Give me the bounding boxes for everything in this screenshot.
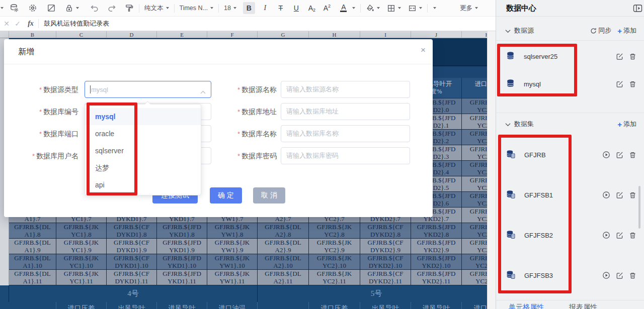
sheet-cell[interactable]: GFJRB.${CFDYKD1}.11 [107, 270, 157, 285]
tab-report-properties[interactable]: 报表属性 [569, 300, 597, 309]
edit-icon[interactable] [616, 191, 623, 199]
sheet-cell[interactable]: GFJRB.${JKYC1}.11 [56, 270, 107, 285]
bottom-header-G[interactable] [258, 302, 309, 309]
sheet-cell[interactable]: GFJRB.${JKYW1}.11 [207, 270, 258, 285]
confirm-entry-icon[interactable]: ✓ [12, 20, 23, 28]
delete-icon[interactable] [629, 272, 636, 279]
confirm-button[interactable]: 确 定 [210, 187, 242, 203]
sheet-cell[interactable]: GFJRB.${JKYC2}.8 [309, 223, 360, 239]
delete-icon[interactable] [629, 80, 636, 88]
sheet-cell[interactable]: GFJRB.${JKYC1}.9 [56, 239, 107, 254]
bottom-header-I[interactable]: 出风导叶 [360, 302, 411, 309]
db-name-input[interactable]: 请输入数据库名称 [281, 125, 410, 142]
bottom-header-B[interactable] [9, 302, 56, 309]
cell-format-select[interactable]: 纯文本 [143, 2, 171, 14]
chevron-down-icon[interactable] [505, 27, 511, 35]
sheet-cell[interactable]: GFJRB.${JKYW1}.8 [207, 223, 258, 239]
column-header-G[interactable]: G [258, 31, 309, 38]
tab-cell-properties[interactable]: 单元格属性 [509, 300, 544, 309]
panel-scrollbar[interactable] [638, 186, 640, 229]
edit-icon[interactable] [616, 272, 623, 279]
run-icon[interactable] [602, 271, 610, 279]
font-family-select[interactable]: Times N... [178, 2, 215, 14]
clear-format-icon[interactable] [45, 2, 57, 14]
sheet-cell[interactable]: GFJRB.${JKYW1}.9 [207, 239, 258, 254]
lock-caret-icon[interactable] [76, 7, 79, 9]
column-header-H[interactable]: H [309, 31, 360, 38]
bottom-header-J[interactable]: 进风导叶 [411, 302, 462, 309]
dataset-item-GFJFSB2[interactable]: GFJFSB2 [496, 225, 644, 245]
collapse-panel-icon[interactable] [633, 4, 642, 15]
section-cell-5[interactable]: 5号 [258, 285, 496, 302]
run-icon[interactable] [602, 191, 610, 199]
edit-icon[interactable] [616, 232, 623, 239]
column-header-J[interactable]: J [411, 31, 462, 38]
sheet-cell[interactable]: GFJRB.${CFDYKD2}.11 [360, 270, 411, 285]
sheet-cell[interactable]: GFJRB.${DLA2}.10 [258, 254, 309, 270]
column-header-I[interactable]: I [360, 31, 411, 38]
strikethrough-button[interactable]: T [275, 2, 287, 14]
edit-icon[interactable] [616, 151, 623, 159]
dropdown-option-达梦[interactable]: 达梦 [85, 159, 201, 176]
datasource-name-input[interactable]: 请输入数据源名称 [281, 81, 410, 98]
add-dataset-button[interactable]: +添加 [617, 120, 636, 129]
sheet-cell[interactable]: GFJRB.${JKYC2}.11 [309, 270, 360, 285]
dropdown-option-mysql[interactable]: mysql [85, 108, 201, 125]
sheet-cell[interactable]: GFJRB.${DLA2}.11 [258, 270, 309, 285]
font-size-select[interactable]: 18 [222, 2, 238, 14]
sheet-cell[interactable]: GFJRB.${CFDYKD2}.9 [360, 239, 411, 254]
sheet-cell[interactable]: GFJRB.${CFDYKD2}.8 [360, 223, 411, 239]
sheet-cell[interactable]: GFJRB.${JKYC2}.10 [309, 254, 360, 270]
undo-icon[interactable] [88, 2, 100, 14]
dropdown-option-sqlserver[interactable]: sqlserver [85, 142, 201, 159]
delete-icon[interactable] [629, 151, 636, 159]
delete-icon[interactable] [629, 53, 636, 60]
data-source-settings-icon[interactable] [8, 2, 20, 14]
bold-button[interactable]: B [243, 2, 255, 14]
text-align-button[interactable] [431, 2, 438, 14]
bottom-header-H[interactable]: 进口压差 [309, 302, 360, 309]
sheet-cell[interactable]: GFJRB.${DLA2}.9 [258, 239, 309, 254]
sheet-cell[interactable]: GFJRB.${DLA1}.11 [9, 270, 56, 285]
sheet-cell[interactable]: GFJRB.${CFDYKD1}.8 [107, 223, 157, 239]
dataset-item-GFJFSB1[interactable]: GFJFSB1 [496, 185, 644, 205]
sheet-cell[interactable]: GFJRB.${JFDYKD1}.8 [157, 223, 207, 239]
sheet-cell[interactable]: GFJRB.${DLA2}.8 [258, 223, 309, 239]
run-icon[interactable] [602, 151, 610, 159]
dropdown-option-api[interactable]: api [85, 176, 201, 193]
fill-color-button[interactable] [364, 2, 381, 14]
bottom-header-F[interactable]: 进口油温 [207, 302, 258, 309]
sheet-cell[interactable]: GFJRB.${CFDYKD1}.10 [107, 254, 157, 270]
sync-button[interactable]: 同步 [590, 26, 611, 35]
datasource-type-select[interactable]: mysql [85, 81, 211, 98]
db-password-input[interactable]: 请输入数据库密码 [281, 147, 410, 164]
datasource-item-sqlserver25[interactable]: sqlserver25 [496, 45, 644, 68]
format-painter-icon[interactable] [123, 2, 135, 14]
cancel-entry-icon[interactable]: ✕ [1, 20, 12, 28]
sheet-cell[interactable]: GFJRB.${JFDYKD1}.10 [157, 254, 207, 270]
sheet-cell[interactable]: GFJRB.${DLA1}.8 [9, 223, 56, 239]
sheet-cell[interactable]: GFJRB.${JFDYKD1}.9 [157, 239, 207, 254]
more-button[interactable]: 更多 [458, 2, 479, 14]
column-header-B[interactable]: B [9, 31, 56, 38]
sheet-vertical-scrollbar[interactable] [487, 31, 496, 309]
subscript-button[interactable]: A2 [306, 2, 318, 14]
sheet-cell[interactable]: GFJRB.${JFDYKD2}.11 [411, 270, 462, 285]
settings-gear-icon[interactable] [27, 2, 39, 14]
underline-button[interactable]: U [290, 2, 302, 14]
sheet-cell[interactable]: GFJRB.${CFDYKD1}.9 [107, 239, 157, 254]
add-datasource-button[interactable]: +添加 [617, 26, 636, 35]
dataset-item-GFJRB[interactable]: GFJRB [496, 145, 644, 165]
sheet-cell[interactable]: GFJRB.${JFDYKD1}.11 [157, 270, 207, 285]
lock-icon[interactable] [63, 2, 80, 14]
merge-cells-button[interactable] [407, 2, 424, 14]
edit-icon[interactable] [616, 80, 623, 88]
column-header-D[interactable]: D [107, 31, 157, 38]
sheet-cell[interactable]: GFJRB.${DLA1}.10 [9, 254, 56, 270]
column-header-F[interactable]: F [207, 31, 258, 38]
sheet-cell[interactable]: GFJRB.${JKYC1}.10 [56, 254, 107, 270]
delete-icon[interactable] [629, 191, 636, 199]
modal-close-icon[interactable]: × [418, 45, 429, 55]
cancel-button[interactable]: 取 消 [253, 187, 285, 203]
dropdown-option-oracle[interactable]: oracle [85, 125, 201, 142]
